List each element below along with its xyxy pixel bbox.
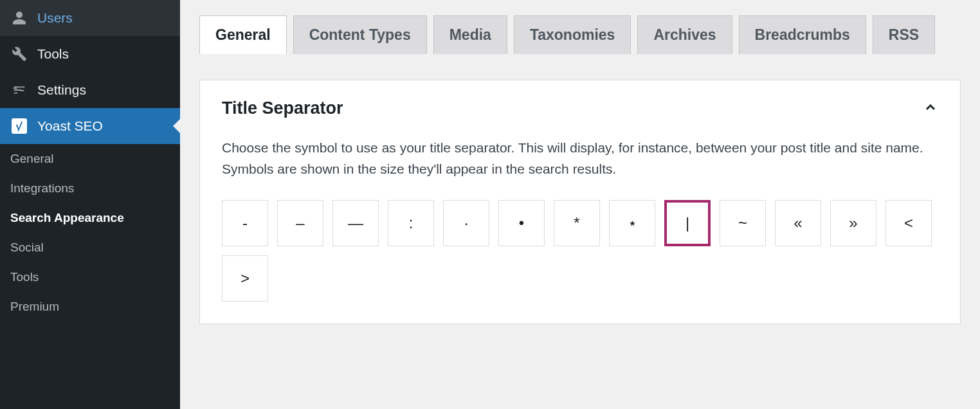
tab-general[interactable]: General <box>199 15 287 54</box>
sidebar-item-yoast-seo[interactable]: Yoast SEO <box>0 108 180 144</box>
tab-content-types[interactable]: Content Types <box>293 15 427 54</box>
separator-middot[interactable]: · <box>443 200 489 246</box>
wrench-icon <box>10 45 28 63</box>
sidebar-item-tools[interactable]: Tools <box>0 36 180 72</box>
users-icon <box>10 9 28 27</box>
separator-options: - – — : · • * ⋆ | ~ « » < > <box>222 200 938 302</box>
sidebar-subitem-premium[interactable]: Premium <box>0 292 180 322</box>
separator-dash[interactable]: - <box>222 200 268 246</box>
separator-bullet[interactable]: • <box>498 200 545 246</box>
separator-ndash[interactable]: – <box>277 200 323 246</box>
separator-laquo[interactable]: « <box>775 200 821 246</box>
chevron-up-icon <box>923 100 938 118</box>
sidebar-item-label: Yoast SEO <box>37 118 103 134</box>
sidebar-item-users[interactable]: Users <box>0 0 180 36</box>
separator-colon[interactable]: : <box>388 200 434 246</box>
separator-asterisk[interactable]: * <box>554 200 600 246</box>
panel-description: Choose the symbol to use as your title s… <box>222 138 938 179</box>
tab-media[interactable]: Media <box>433 15 507 54</box>
title-separator-panel: Title Separator Choose the symbol to use… <box>199 80 961 324</box>
separator-mdash[interactable]: — <box>332 200 379 246</box>
sidebar-subitem-general[interactable]: General <box>0 144 180 174</box>
sidebar-subitem-tools[interactable]: Tools <box>0 262 180 292</box>
separator-lt[interactable]: < <box>885 200 932 246</box>
panel-toggle[interactable]: Title Separator <box>222 98 938 118</box>
sidebar-item-label: Users <box>37 10 73 26</box>
main-content: General Content Types Media Taxonomies A… <box>180 0 980 409</box>
yoast-icon <box>10 117 28 135</box>
separator-tilde[interactable]: ~ <box>720 200 766 246</box>
tab-archives[interactable]: Archives <box>637 15 732 54</box>
sidebar-subitem-integrations[interactable]: Integrations <box>0 174 180 203</box>
settings-tabs: General Content Types Media Taxonomies A… <box>199 15 961 54</box>
separator-gt[interactable]: > <box>222 255 268 302</box>
tab-breadcrumbs[interactable]: Breadcrumbs <box>739 15 866 54</box>
separator-pipe[interactable]: | <box>664 200 711 246</box>
sidebar-subitem-social[interactable]: Social <box>0 233 180 262</box>
sidebar-item-settings[interactable]: Settings <box>0 72 180 108</box>
admin-sidebar: Users Tools Settings Yoast SEO General I… <box>0 0 180 409</box>
panel-title: Title Separator <box>222 98 343 118</box>
sidebar-item-label: Tools <box>37 46 69 62</box>
tab-rss[interactable]: RSS <box>873 15 935 54</box>
svg-rect-0 <box>14 87 17 89</box>
sidebar-subitem-search-appearance[interactable]: Search Appearance <box>0 203 180 233</box>
settings-icon <box>10 81 28 99</box>
sidebar-item-label: Settings <box>37 82 86 98</box>
separator-raquo[interactable]: » <box>830 200 876 246</box>
svg-rect-1 <box>21 90 24 91</box>
tab-taxonomies[interactable]: Taxonomies <box>514 15 631 54</box>
separator-star[interactable]: ⋆ <box>609 200 655 246</box>
